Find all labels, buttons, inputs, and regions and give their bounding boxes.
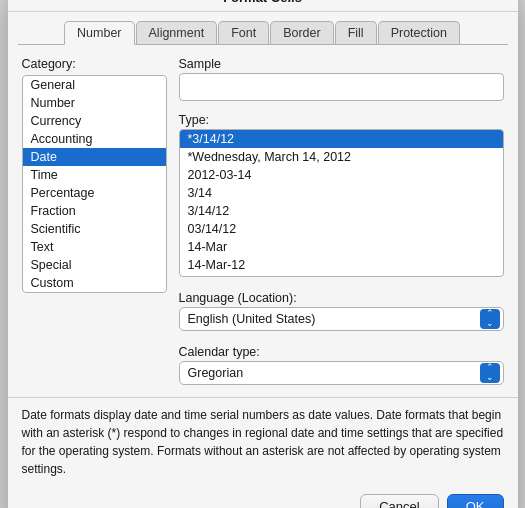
type-item[interactable]: *Wednesday, March 14, 2012 — [180, 148, 503, 166]
category-item-text[interactable]: Text — [23, 238, 166, 256]
sample-box — [179, 73, 504, 101]
calendar-select[interactable]: GregorianIslamicJapaneseHebrew — [179, 361, 504, 385]
tab-number[interactable]: Number — [64, 21, 134, 45]
type-item[interactable]: 3/14 — [180, 184, 503, 202]
category-item-currency[interactable]: Currency — [23, 112, 166, 130]
type-item[interactable]: 03/14/12 — [180, 220, 503, 238]
type-item[interactable]: 2012-03-14 — [180, 166, 503, 184]
button-bar: Cancel OK — [8, 488, 518, 509]
type-label: Type: — [179, 113, 504, 127]
tab-fill[interactable]: Fill — [335, 21, 377, 44]
calendar-label: Calendar type: — [179, 345, 504, 359]
tab-font[interactable]: Font — [218, 21, 269, 44]
tab-bar: NumberAlignmentFontBorderFillProtection — [8, 12, 518, 44]
description-text: Date formats display date and time seria… — [8, 397, 518, 488]
sample-label: Sample — [179, 57, 504, 71]
language-label: Language (Location): — [179, 291, 504, 305]
calendar-section: Calendar type: GregorianIslamicJapaneseH… — [179, 339, 504, 385]
cancel-button[interactable]: Cancel — [360, 494, 438, 509]
type-item[interactable]: 14-Mar — [180, 238, 503, 256]
language-select-wrapper: English (United States)English (UK)Frenc… — [179, 307, 504, 331]
language-select[interactable]: English (United States)English (UK)Frenc… — [179, 307, 504, 331]
category-list: GeneralNumberCurrencyAccountingDateTimeP… — [22, 75, 167, 293]
format-options-panel: Sample Type: *3/14/12*Wednesday, March 1… — [179, 57, 504, 385]
main-content: Category: GeneralNumberCurrencyAccountin… — [8, 45, 518, 397]
tab-alignment[interactable]: Alignment — [136, 21, 218, 44]
type-list[interactable]: *3/14/12*Wednesday, March 14, 20122012-0… — [179, 129, 504, 277]
dialog-title: Format Cells — [8, 0, 518, 12]
category-item-date[interactable]: Date — [23, 148, 166, 166]
calendar-select-wrapper: GregorianIslamicJapaneseHebrew — [179, 361, 504, 385]
category-item-scientific[interactable]: Scientific — [23, 220, 166, 238]
type-section: Type: *3/14/12*Wednesday, March 14, 2012… — [179, 109, 504, 277]
category-item-accounting[interactable]: Accounting — [23, 130, 166, 148]
sample-section: Sample — [179, 57, 504, 101]
tab-border[interactable]: Border — [270, 21, 334, 44]
language-section: Language (Location): English (United Sta… — [179, 285, 504, 331]
type-item[interactable]: *3/14/12 — [180, 130, 503, 148]
format-cells-dialog: Format Cells NumberAlignmentFontBorderFi… — [8, 0, 518, 508]
type-item[interactable]: 3/14/12 — [180, 202, 503, 220]
category-item-percentage[interactable]: Percentage — [23, 184, 166, 202]
tab-protection[interactable]: Protection — [378, 21, 460, 44]
category-item-number[interactable]: Number — [23, 94, 166, 112]
ok-button[interactable]: OK — [447, 494, 504, 509]
category-item-special[interactable]: Special — [23, 256, 166, 274]
category-item-custom[interactable]: Custom — [23, 274, 166, 292]
type-item[interactable]: 14-Mar-12 — [180, 256, 503, 274]
category-item-general[interactable]: General — [23, 76, 166, 94]
category-item-time[interactable]: Time — [23, 166, 166, 184]
category-item-fraction[interactable]: Fraction — [23, 202, 166, 220]
category-heading: Category: — [22, 57, 167, 71]
category-panel: Category: GeneralNumberCurrencyAccountin… — [22, 57, 167, 385]
